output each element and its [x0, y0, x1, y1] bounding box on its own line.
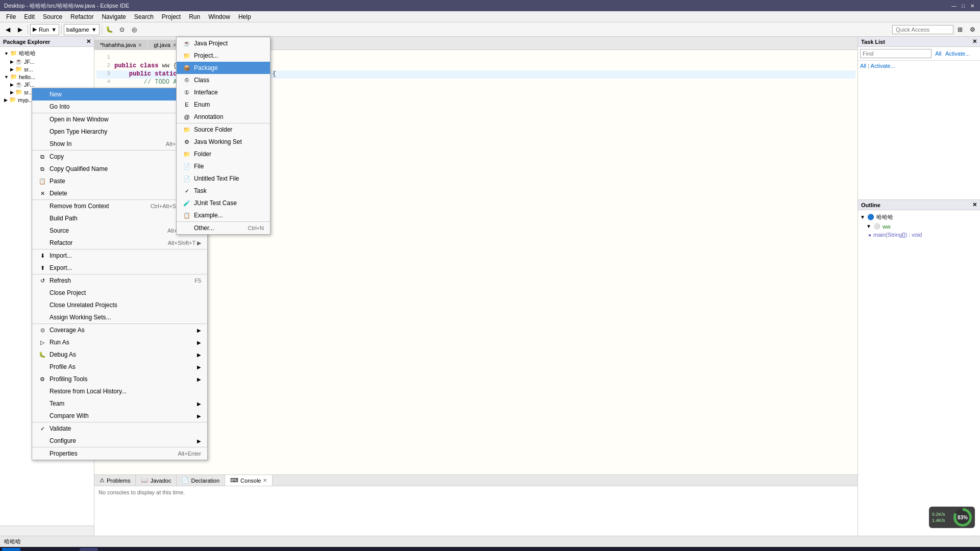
cm-debug-as[interactable]: 🐛 Debug As ▶ [32, 348, 207, 361]
tb-icon-3[interactable]: W [118, 548, 137, 551]
sm-project[interactable]: 📁 Project... [177, 49, 270, 62]
sm-file[interactable]: 📄 File [177, 160, 270, 172]
tb-icon-10[interactable]: 🔵 [254, 548, 273, 551]
paste-icon: 📋 [38, 177, 46, 185]
sm-junit-test-case[interactable]: 🧪 JUnit Test Case [177, 197, 270, 209]
tb-icon-5[interactable]: 🌐 [157, 548, 176, 551]
refactor-shortcut: Alt+Shift+T ▶ [168, 240, 201, 246]
maximize-button[interactable]: □ [960, 2, 967, 9]
tb-eclipse[interactable]: e [80, 548, 98, 551]
refactor-icon [38, 239, 46, 247]
title-text: Desktop - 哈哈哈/src/哈哈哈/ww.java - Eclipse … [4, 2, 129, 10]
tb-icon-9[interactable]: 🌍 [235, 548, 253, 551]
sm-annotation[interactable]: @ Annotation [177, 111, 270, 123]
cm-debug-as-label: Debug As [50, 351, 76, 358]
menu-file[interactable]: File [2, 12, 20, 21]
cm-compare-with[interactable]: Compare With ▶ [32, 410, 207, 422]
sm-enum[interactable]: E Enum [177, 98, 270, 111]
tb-icon-1[interactable]: 🎨 [60, 548, 79, 551]
cm-open-new-window-label: Open in New Window [50, 116, 108, 123]
cm-run-as[interactable]: ▷ Run As ▶ [32, 336, 207, 348]
cm-refresh[interactable]: ↺ Refresh F5 [32, 274, 207, 287]
debug-button[interactable]: 🐛 [104, 24, 115, 35]
menu-source[interactable]: Source [39, 12, 66, 21]
sm-class-label: Class [194, 77, 209, 84]
cm-close-project[interactable]: Close Project [32, 287, 207, 299]
tb-icon-8[interactable]: 🔴 [215, 548, 234, 551]
sm-class[interactable]: © Class [177, 74, 270, 86]
sm-example[interactable]: 📋 Example... [177, 209, 270, 221]
cm-properties-label: Properties [50, 450, 78, 457]
restore-icon [38, 387, 46, 395]
sm-interface-label: Interface [194, 89, 218, 96]
cm-refactor-label: Refactor [50, 239, 72, 246]
properties-shortcut: Alt+Enter [178, 450, 201, 457]
cm-coverage-as-label: Coverage As [50, 327, 85, 334]
menu-navigate[interactable]: Navigate [97, 12, 130, 21]
tb-icon-6[interactable]: 🌑 [177, 548, 195, 551]
cm-profile-as[interactable]: Profile As ▶ [32, 361, 207, 373]
cm-properties[interactable]: Properties Alt+Enter [32, 447, 207, 460]
menu-edit[interactable]: Edit [20, 12, 39, 21]
toolbar-separator-2 [61, 25, 62, 34]
project-dropdown[interactable]: ballgame ▼ [64, 24, 100, 35]
close-button[interactable]: ✕ [969, 2, 976, 9]
source-folder-icon: 📁 [183, 126, 191, 134]
status-bar: 哈哈哈 [0, 536, 980, 547]
menu-run[interactable]: Run [185, 12, 204, 21]
import-icon: ⬇ [38, 252, 46, 260]
cm-profile-as-label: Profile As [50, 363, 76, 370]
cm-restore-local-history[interactable]: Restore from Local History... [32, 385, 207, 397]
cm-close-unrelated[interactable]: Close Unrelated Projects [32, 299, 207, 311]
run-dropdown[interactable]: ▶ Run ▼ [30, 24, 59, 35]
task-view-button[interactable]: ⊡ [41, 548, 59, 551]
project-dropdown-arrow: ▼ [91, 27, 97, 33]
cm-refactor[interactable]: Refactor Alt+Shift+T ▶ [32, 237, 207, 249]
menu-search[interactable]: Search [130, 12, 158, 21]
cm-team[interactable]: Team ▶ [32, 397, 207, 410]
sm-untitled-text-file[interactable]: 📄 Untitled Text File [177, 172, 270, 185]
settings-button[interactable]: ⚙ [967, 24, 978, 35]
context-menu-overlay[interactable]: New ▶ Go Into Open in New Window [0, 37, 980, 536]
cortana-button[interactable] [21, 548, 40, 551]
sm-source-folder[interactable]: 📁 Source Folder [177, 123, 270, 136]
cm-export[interactable]: ⬆ Export... [32, 262, 207, 274]
menu-help[interactable]: Help [234, 12, 255, 21]
sm-interface[interactable]: ① Interface [177, 86, 270, 98]
sm-package[interactable]: 📦 Package [177, 62, 270, 74]
cm-close-project-label: Close Project [50, 289, 86, 296]
sm-folder[interactable]: 📁 Folder [177, 148, 270, 160]
coverage-button[interactable]: ◎ [129, 24, 140, 35]
profile-button[interactable]: ⊙ [116, 24, 128, 35]
refresh-icon: ↺ [38, 277, 46, 285]
cm-import[interactable]: ⬇ Import... [32, 249, 207, 262]
menu-refactor[interactable]: Refactor [66, 12, 97, 21]
minimize-button[interactable]: — [950, 2, 958, 9]
sm-java-project[interactable]: ☕ Java Project [177, 37, 270, 49]
run-dropdown-arrow: ▼ [51, 27, 57, 33]
tb-icon-2[interactable]: 🔵 [99, 548, 117, 551]
back-button[interactable]: ◀ [2, 24, 13, 35]
sm-task[interactable]: ✓ Task [177, 185, 270, 197]
tb-icon-7[interactable]: 🔵 [196, 548, 214, 551]
start-button[interactable] [2, 548, 20, 551]
tb-icon-4[interactable]: 🟢 [138, 548, 156, 551]
cm-coverage-as[interactable]: ⊙ Coverage As ▶ [32, 323, 207, 336]
menu-window[interactable]: Window [204, 12, 234, 21]
quick-access-input[interactable] [892, 25, 953, 34]
cm-validate[interactable]: ✓ Validate [32, 422, 207, 435]
cm-profiling-tools[interactable]: ⚙ Profiling Tools ▶ [32, 373, 207, 385]
menu-project[interactable]: Project [158, 12, 185, 21]
cm-configure[interactable]: Configure ▶ [32, 435, 207, 447]
sm-source-folder-label: Source Folder [194, 126, 232, 133]
sm-file-label: File [194, 163, 204, 170]
cm-open-type-hierarchy-label: Open Type Hierarchy [50, 128, 107, 135]
sm-other[interactable]: Other... Ctrl+N [177, 221, 270, 234]
sm-java-working-set[interactable]: ⚙ Java Working Set [177, 136, 270, 148]
sm-java-working-set-label: Java Working Set [194, 138, 242, 145]
assign-ws-icon [38, 313, 46, 321]
forward-button[interactable]: ▶ [14, 24, 26, 35]
remove-context-icon [38, 202, 46, 210]
perspective-button[interactable]: ⊞ [954, 24, 966, 35]
cm-assign-working-sets[interactable]: Assign Working Sets... [32, 311, 207, 323]
